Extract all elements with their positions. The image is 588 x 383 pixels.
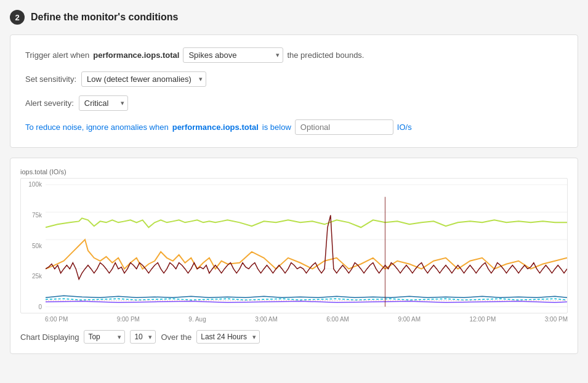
y-tick-0: 0 [21, 304, 42, 310]
y-axis: 100k 75k 50k 25k 0 [21, 179, 44, 313]
noise-unit: IO/s [397, 123, 412, 132]
severity-row: Alert severity: Critical Warning Info [25, 95, 563, 111]
sensitivity-select-wrapper[interactable]: Low (detect fewer anomalies) Medium High… [81, 71, 206, 87]
top-select[interactable]: Top Bottom [84, 330, 125, 344]
trigger-select[interactable]: Spikes above Spikes below Spikes above o… [183, 47, 283, 63]
noise-threshold-input[interactable] [295, 119, 393, 135]
y-tick-25k: 25k [21, 273, 42, 280]
chart-card: iops.total (IO/s) 100k 75k 50k 25k 0 [10, 158, 578, 354]
chart-footer: Chart Displaying Top Bottom 10 5 20 Over… [20, 330, 568, 344]
chart-area: 100k 75k 50k 25k 0 [20, 178, 568, 313]
severity-select[interactable]: Critical Warning Info [79, 95, 128, 111]
trigger-select-wrapper[interactable]: Spikes above Spikes below Spikes above o… [183, 47, 283, 63]
x-tick-3: 9. Aug [188, 316, 206, 323]
severity-label: Alert severity: [25, 99, 74, 108]
x-axis: 6:00 PM 9:00 PM 9. Aug 3:00 AM 6:00 AM 9… [20, 313, 568, 323]
sensitivity-select[interactable]: Low (detect fewer anomalies) Medium High… [81, 71, 206, 87]
x-tick-6: 9:00 AM [398, 316, 421, 323]
x-tick-5: 6:00 AM [326, 316, 349, 323]
conditions-card: Trigger alert when performance.iops.tota… [10, 34, 578, 148]
trigger-prefix: Trigger alert when [25, 50, 89, 60]
step-number: 2 [10, 10, 25, 25]
y-tick-100k: 100k [21, 181, 42, 188]
sensitivity-label: Set sensitivity: [25, 75, 76, 84]
step-header: 2 Define the monitor's conditions [10, 10, 578, 25]
x-tick-8: 3:00 PM [545, 316, 568, 323]
count-select[interactable]: 10 5 20 [130, 330, 156, 344]
noise-row: To reduce noise, ignore anomalies when p… [25, 119, 563, 135]
trigger-row: Trigger alert when performance.iops.tota… [25, 47, 563, 63]
chart-y-label: iops.total (IO/s) [20, 168, 568, 175]
chart-svg [46, 179, 567, 313]
count-select-wrapper[interactable]: 10 5 20 [130, 330, 156, 344]
x-tick-4: 3:00 AM [255, 316, 278, 323]
trigger-suffix: the predicted bounds. [287, 50, 364, 60]
x-tick-2: 9:00 PM [117, 316, 140, 323]
y-tick-75k: 75k [21, 212, 42, 219]
over-the-label: Over the [161, 333, 191, 342]
chart-displaying-label: Chart Displaying [20, 333, 79, 342]
noise-metric: performance.iops.total [172, 123, 259, 132]
y-tick-50k: 50k [21, 243, 42, 249]
trigger-metric: performance.iops.total [93, 50, 179, 60]
step-title: Define the monitor's conditions [31, 12, 178, 23]
severity-select-wrapper[interactable]: Critical Warning Info [79, 95, 128, 111]
x-tick-1: 6:00 PM [45, 316, 68, 323]
top-select-wrapper[interactable]: Top Bottom [84, 330, 125, 344]
noise-middle: is below [262, 123, 291, 132]
sensitivity-row: Set sensitivity: Low (detect fewer anoma… [25, 71, 563, 87]
noise-prefix: To reduce noise, ignore anomalies when [25, 123, 169, 132]
time-select[interactable]: Last 24 Hours Last 48 Hours Last Week [196, 330, 260, 344]
time-select-wrapper[interactable]: Last 24 Hours Last 48 Hours Last Week [196, 330, 260, 344]
x-tick-7: 12:00 PM [470, 316, 496, 323]
